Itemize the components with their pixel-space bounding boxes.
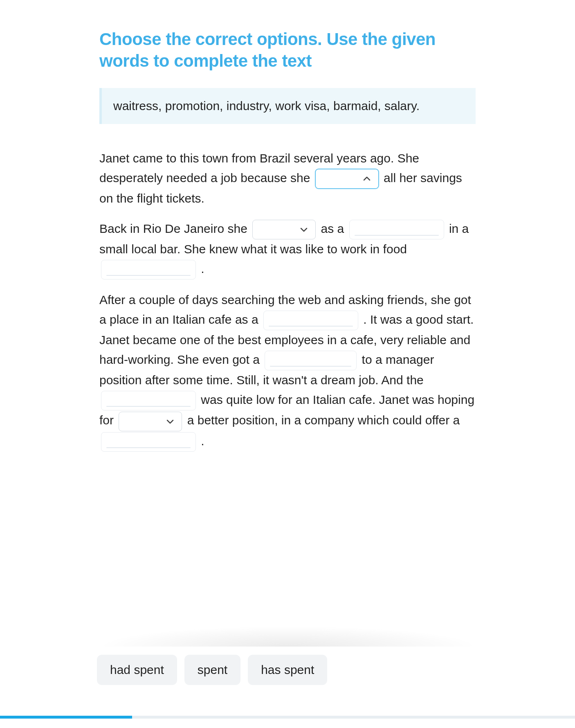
chevron-down-icon [299, 225, 309, 234]
gap-text-6[interactable] [101, 432, 196, 452]
paragraph-1: Janet came to this town from Brazil seve… [99, 149, 476, 208]
word-bank: waitress, promotion, industry, work visa… [99, 88, 476, 124]
gap-text-4[interactable] [265, 351, 357, 370]
exercise-title: Choose the correct options. Use the give… [99, 29, 476, 72]
option-has-spent[interactable]: has spent [248, 655, 327, 685]
text: . [201, 262, 204, 275]
gap-dropdown-1[interactable] [315, 169, 379, 189]
option-spent[interactable]: spent [184, 655, 240, 685]
option-had-spent[interactable]: had spent [97, 655, 177, 685]
text: as a [321, 222, 348, 235]
gap-text-2[interactable] [101, 260, 196, 279]
gap-text-1[interactable] [349, 220, 444, 239]
text: a better position, in a company which co… [187, 413, 460, 427]
dropdown-options: had spent spent has spent [97, 655, 480, 685]
progress-bar [0, 716, 575, 719]
gap-text-5[interactable] [101, 391, 196, 410]
gap-dropdown-2[interactable] [252, 220, 316, 239]
gap-dropdown-3[interactable] [119, 412, 182, 431]
paragraph-2: Back in Rio De Janeiro she as a in a sma… [99, 219, 476, 279]
chevron-down-icon [165, 417, 175, 426]
gap-text-3[interactable] [263, 311, 358, 330]
paragraph-3: After a couple of days searching the web… [99, 290, 476, 451]
text: . [201, 434, 204, 448]
text: Back in Rio De Janeiro she [99, 222, 251, 235]
exercise-body: Janet came to this town from Brazil seve… [99, 149, 476, 452]
progress-fill [0, 716, 132, 719]
chevron-up-icon [362, 174, 372, 184]
tray-shadow [97, 626, 480, 647]
answer-tray: had spent spent has spent [97, 626, 480, 685]
